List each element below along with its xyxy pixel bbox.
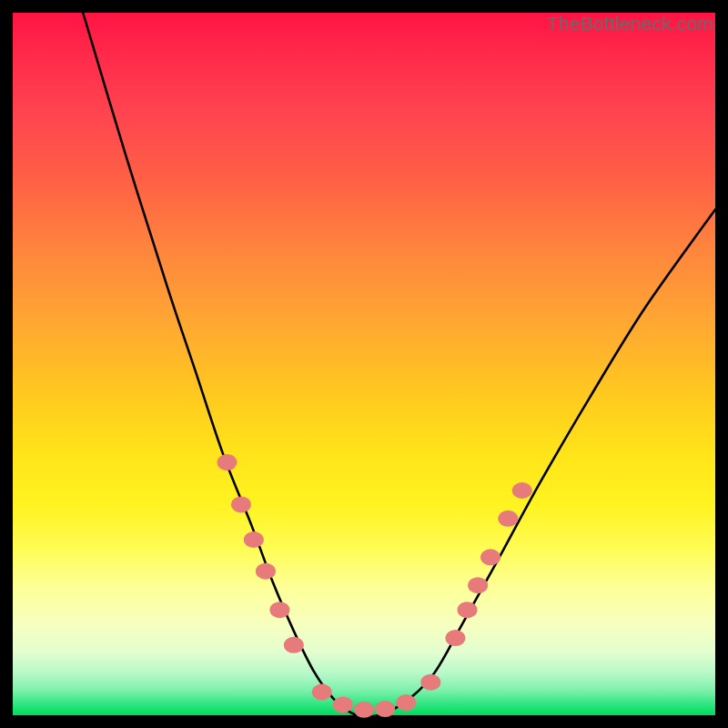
marker-dot: [445, 630, 465, 646]
marker-dot: [458, 602, 478, 618]
marker-dot: [396, 694, 416, 711]
marker-dot: [420, 674, 440, 691]
marker-dot: [269, 602, 289, 618]
plot-area: [13, 13, 715, 715]
marker-dot: [498, 511, 518, 527]
marker-dot: [244, 531, 264, 548]
watermark-text: TheBottleneck.com: [547, 13, 713, 35]
marker-dot: [480, 549, 500, 565]
marker-dot: [354, 702, 374, 718]
marker-dot: [217, 454, 238, 470]
highlight-dots: [217, 454, 532, 718]
marker-dot: [375, 701, 395, 717]
marker-dot: [284, 637, 304, 653]
marker-dot: [256, 563, 276, 580]
marker-dot: [512, 482, 532, 499]
bottleneck-curve: [83, 13, 715, 717]
chart-frame: TheBottleneck.com: [0, 0, 728, 728]
chart-svg: [13, 13, 715, 715]
marker-dot: [468, 577, 488, 593]
marker-dot: [312, 684, 332, 701]
marker-dot: [231, 496, 251, 512]
marker-dot: [333, 696, 353, 713]
